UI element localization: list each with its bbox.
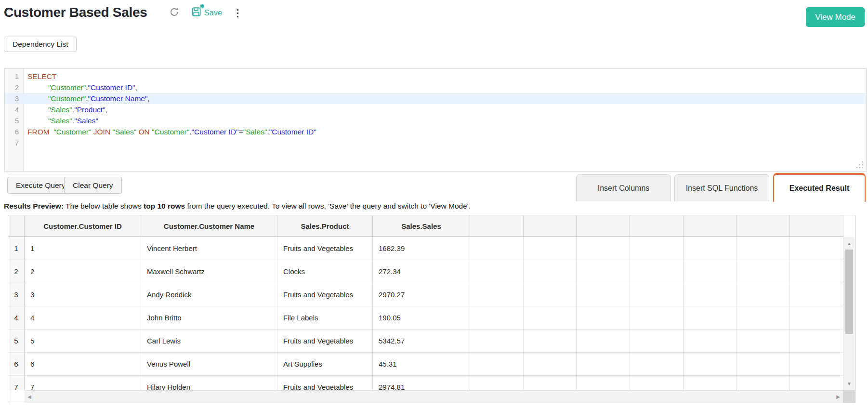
empty-column-header	[736, 215, 790, 237]
empty-cell	[470, 283, 524, 306]
line-number: 6	[5, 128, 23, 136]
empty-cell	[736, 376, 790, 390]
sql-line-6[interactable]: 6FROM "Customer" JOIN "Sales" ON "Custom…	[5, 126, 866, 137]
more-options-button[interactable]: ⋮	[233, 8, 243, 18]
cell: 1	[25, 237, 141, 260]
row-number: 7	[8, 376, 25, 390]
view-mode-button[interactable]: View Mode	[806, 7, 865, 27]
unsaved-marker-icon: ✱	[199, 3, 204, 10]
vertical-scrollbar-thumb[interactable]	[845, 250, 853, 334]
top-bar: Customer Based Sales ✱ Save ⋮	[4, 5, 243, 20]
cell: 4	[25, 306, 141, 329]
table-row: 55Carl LewisFruits and Vegetables5342.57	[8, 330, 843, 353]
column-header: Sales.Sales	[373, 215, 470, 237]
scrollbar-corner	[843, 390, 855, 403]
scroll-up-arrow-icon[interactable]: ▲	[843, 241, 855, 246]
empty-cell	[630, 353, 684, 375]
sql-line-4[interactable]: 4 "Sales"."Product",	[5, 104, 866, 115]
empty-cell	[790, 353, 843, 375]
empty-cell	[470, 260, 524, 283]
scroll-right-arrow-icon[interactable]: ▶	[836, 391, 840, 403]
sql-code[interactable]: "Sales"."Product",	[23, 106, 107, 114]
line-number: 1	[5, 73, 23, 80]
empty-cell	[524, 306, 577, 329]
empty-column-header	[577, 215, 630, 237]
empty-cell	[577, 237, 630, 260]
editor-resize-handle[interactable]	[855, 159, 865, 170]
tab-insert-sql-functions[interactable]: Insert SQL Functions	[674, 174, 769, 201]
sql-line-5[interactable]: 5 "Sales"."Sales"	[5, 115, 866, 126]
sql-line-7[interactable]: 7	[5, 137, 866, 148]
table-row: 44John BrittoFile Labels190.05	[8, 306, 843, 330]
sql-code[interactable]: "Customer"."Customer ID",	[23, 83, 137, 92]
empty-cell	[524, 330, 577, 352]
clear-query-button[interactable]: Clear Query	[64, 177, 122, 194]
tab-executed-result[interactable]: Executed Result	[773, 173, 866, 202]
empty-column-header	[630, 215, 684, 237]
sql-code[interactable]: "Customer"."Customer Name",	[23, 94, 150, 103]
line-number: 7	[5, 139, 23, 147]
sql-code[interactable]: FROM "Customer" JOIN "Sales" ON "Custome…	[23, 128, 316, 136]
cell: 272.34	[373, 260, 470, 283]
sql-code[interactable]: SELECT	[23, 72, 56, 81]
sql-line-1[interactable]: 1SELECT	[5, 71, 866, 82]
scroll-left-arrow-icon[interactable]: ◀	[27, 391, 31, 403]
results-table: Customer.Customer IDCustomer.Customer Na…	[8, 215, 855, 403]
scroll-down-arrow-icon[interactable]: ▼	[843, 381, 855, 386]
sql-editor-lines[interactable]: 1SELECT2 "Customer"."Customer ID",3 "Cus…	[5, 71, 866, 148]
empty-cell	[630, 330, 684, 352]
refresh-button[interactable]	[169, 7, 180, 19]
cell: Venus Powell	[141, 353, 277, 375]
empty-cell	[470, 376, 524, 390]
sql-line-2[interactable]: 2 "Customer"."Customer ID",	[5, 82, 866, 93]
row-number-header	[8, 215, 25, 237]
empty-cell	[577, 330, 630, 352]
results-preview-note: Results Preview: The below table shows t…	[4, 202, 471, 211]
empty-cell	[736, 330, 790, 352]
empty-cell	[577, 376, 630, 390]
sql-editor[interactable]: 1SELECT2 "Customer"."Customer ID",3 "Cus…	[4, 68, 867, 172]
empty-cell	[790, 237, 843, 260]
empty-cell	[524, 376, 577, 390]
cell: 1682.39	[373, 237, 470, 260]
cell: 5	[25, 330, 141, 352]
cell: Fruits and Vegetables	[277, 376, 373, 390]
empty-cell	[577, 283, 630, 306]
empty-cell	[736, 260, 790, 283]
dependency-list-button[interactable]: Dependency List	[4, 37, 77, 52]
empty-cell	[790, 283, 843, 306]
cell: 5342.57	[373, 330, 470, 352]
save-button[interactable]: ✱ Save	[191, 6, 222, 19]
table-header-row: Customer.Customer IDCustomer.Customer Na…	[8, 215, 843, 237]
cell: File Labels	[277, 306, 373, 329]
empty-cell	[630, 237, 684, 260]
cell: Vincent Herbert	[141, 237, 277, 260]
empty-cell	[790, 330, 843, 352]
row-number: 6	[8, 353, 25, 375]
table-row: 33Andy RoddickFruits and Vegetables2970.…	[8, 283, 843, 306]
empty-cell	[524, 237, 577, 260]
empty-cell	[470, 306, 524, 329]
cell: 2970.27	[373, 283, 470, 306]
empty-cell	[790, 306, 843, 329]
sql-line-3[interactable]: 3 "Customer"."Customer Name",	[5, 93, 866, 104]
empty-cell	[790, 260, 843, 283]
empty-cell	[736, 283, 790, 306]
empty-cell	[577, 353, 630, 375]
table-row: 66Venus PowellArt Supplies45.31	[8, 353, 843, 376]
table-row: 77Hilary HoldenFruits and Vegetables2974…	[8, 376, 843, 390]
empty-cell	[684, 237, 737, 260]
tab-insert-columns[interactable]: Insert Columns	[576, 174, 671, 201]
empty-cell	[470, 237, 524, 260]
empty-column-header	[470, 215, 524, 237]
row-number: 2	[8, 260, 25, 283]
results-preview-label: Results Preview:	[4, 202, 64, 210]
empty-cell	[470, 353, 524, 375]
line-number: 3	[5, 95, 23, 103]
table-body: 11Vincent HerbertFruits and Vegetables16…	[8, 237, 843, 390]
sql-code[interactable]: "Sales"."Sales"	[23, 117, 98, 125]
empty-cell	[524, 353, 577, 375]
vertical-scrollbar[interactable]: ▲ ▼	[843, 237, 855, 390]
horizontal-scrollbar[interactable]: ◀ ▶	[25, 390, 843, 403]
table-row: 22Maxwell SchwartzClocks272.34	[8, 260, 843, 283]
